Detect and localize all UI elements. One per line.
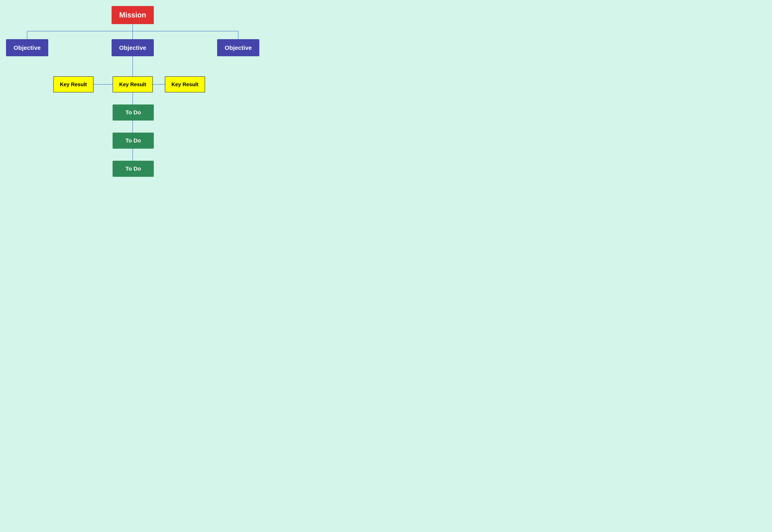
objective-center-node: Objective	[112, 39, 154, 56]
todo-1-node: To Do	[113, 104, 154, 121]
todo-3-label: To Do	[125, 166, 141, 172]
key-result-left-label: Key Result	[60, 81, 87, 88]
mission-node: Mission	[112, 6, 154, 24]
objective-right-node: Objective	[217, 39, 259, 56]
objective-left-node: Objective	[6, 39, 48, 56]
key-result-right-node: Key Result	[165, 76, 205, 92]
todo-1-label: To Do	[125, 109, 141, 116]
okr-diagram: Mission Objective Objective Objective Ke…	[0, 0, 265, 181]
key-result-right-label: Key Result	[171, 81, 198, 88]
objective-right-label: Objective	[224, 44, 252, 51]
objective-center-label: Objective	[119, 44, 146, 51]
key-result-center-label: Key Result	[119, 81, 146, 88]
todo-2-label: To Do	[125, 137, 141, 144]
todo-2-node: To Do	[113, 133, 154, 149]
key-result-center-node: Key Result	[113, 76, 153, 92]
todo-3-node: To Do	[113, 161, 154, 177]
key-result-left-node: Key Result	[53, 76, 93, 92]
mission-label: Mission	[119, 11, 146, 19]
objective-left-label: Objective	[13, 44, 41, 51]
